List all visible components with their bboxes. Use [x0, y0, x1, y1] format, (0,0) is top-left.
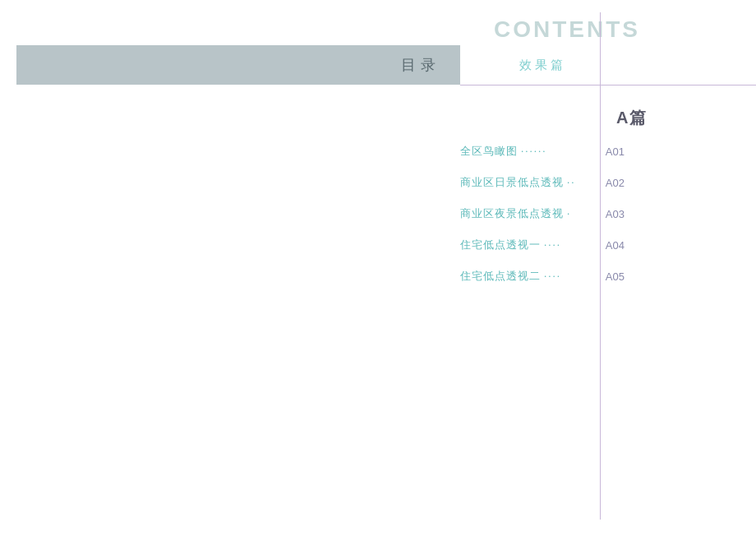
item-text: 住宅低点透视二	[460, 269, 541, 284]
item-left-group: 商业区日景低点透视··	[460, 175, 576, 190]
item-text: 全区鸟瞰图	[460, 144, 518, 159]
horizontal-divider	[460, 85, 756, 85]
item-left-group: 住宅低点透视一····	[460, 238, 561, 252]
item-code: A01	[598, 146, 625, 158]
list-item: 全区鸟瞰图······A01	[460, 144, 625, 159]
header-bar: 目录 效果篇	[16, 45, 756, 85]
item-text: 商业区夜景低点透视	[460, 206, 564, 221]
item-code: A05	[598, 270, 625, 283]
section-heading: A篇	[616, 107, 648, 129]
item-dots: ····	[544, 270, 561, 283]
item-code: A02	[598, 177, 625, 189]
item-left-group: 全区鸟瞰图······	[460, 144, 547, 159]
contents-list: 全区鸟瞰图······A01商业区日景低点透视··A02商业区夜景低点透视·A0…	[460, 144, 625, 300]
item-left-group: 住宅低点透视二····	[460, 269, 561, 284]
header-title: 目录	[401, 55, 440, 75]
item-code: A04	[598, 239, 625, 252]
item-dots: ······	[521, 145, 547, 158]
item-dots: ·	[567, 207, 571, 220]
item-dots: ····	[544, 238, 561, 252]
list-item: 商业区日景低点透视··A02	[460, 175, 625, 190]
item-text: 商业区日景低点透视	[460, 175, 564, 190]
header-subtitle: 效果篇	[519, 58, 566, 73]
item-left-group: 商业区夜景低点透视·	[460, 206, 571, 221]
contents-background-label: CONTENTS	[494, 16, 595, 43]
item-code: A03	[598, 208, 625, 220]
list-item: 商业区夜景低点透视·A03	[460, 206, 625, 221]
item-dots: ··	[567, 176, 576, 189]
item-text: 住宅低点透视一	[460, 238, 541, 252]
list-item: 住宅低点透视二····A05	[460, 269, 625, 284]
list-item: 住宅低点透视一····A04	[460, 238, 625, 252]
header-left: 目录	[16, 45, 460, 85]
